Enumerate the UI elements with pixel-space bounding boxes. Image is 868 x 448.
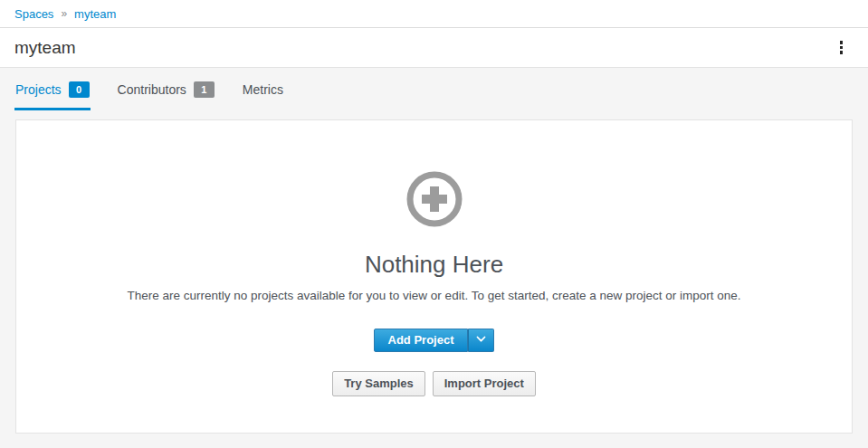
tab-contributors-label: Contributors	[118, 82, 186, 97]
kebab-menu-icon	[840, 41, 844, 44]
try-samples-button[interactable]: Try Samples	[332, 371, 425, 396]
primary-button-row: Add Project	[16, 329, 852, 352]
tabs: Projects 0 Contributors 1 Metrics	[0, 68, 868, 110]
tab-contributors[interactable]: Contributors 1	[117, 81, 215, 110]
add-project-split-button: Add Project	[374, 329, 495, 352]
add-project-button[interactable]: Add Project	[374, 329, 469, 352]
breadcrumb: Spaces » myteam	[0, 0, 868, 28]
secondary-button-row: Try Samples Import Project	[16, 371, 852, 396]
tab-metrics-label: Metrics	[243, 82, 283, 97]
add-circle-icon	[406, 171, 463, 231]
import-project-button[interactable]: Import Project	[433, 371, 536, 396]
breadcrumb-link-myteam[interactable]: myteam	[74, 7, 116, 21]
empty-state: Nothing Here There are currently no proj…	[16, 120, 852, 396]
projects-count-badge: 0	[69, 81, 90, 98]
empty-state-title: Nothing Here	[16, 251, 852, 279]
contributors-count-badge: 1	[194, 81, 215, 98]
page-title: myteam	[14, 38, 76, 58]
breadcrumb-link-spaces[interactable]: Spaces	[14, 7, 53, 21]
projects-panel: Nothing Here There are currently no proj…	[15, 119, 853, 434]
title-bar: myteam	[0, 28, 868, 68]
add-project-dropdown-toggle[interactable]	[468, 329, 494, 352]
tab-metrics[interactable]: Metrics	[242, 81, 284, 110]
chevron-down-icon	[476, 336, 486, 343]
kebab-menu-button[interactable]	[835, 36, 849, 59]
empty-state-description: There are currently no projects availabl…	[109, 288, 760, 305]
breadcrumb-separator: »	[61, 7, 67, 20]
tab-projects-label: Projects	[15, 82, 62, 97]
tab-projects[interactable]: Projects 0	[14, 81, 91, 110]
